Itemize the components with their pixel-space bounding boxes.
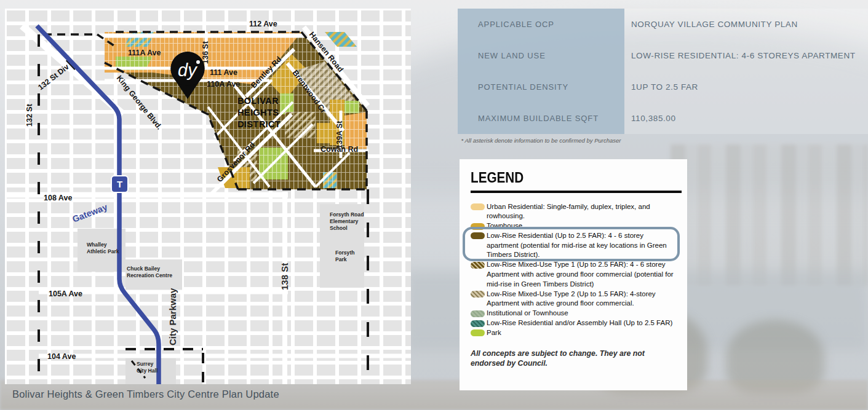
zoning-map: T 112 AveHansen Road111A Ave136 St111 Av… [5, 9, 411, 384]
map-label: Athletic Park [87, 248, 119, 254]
map-label: BOLIVAR [237, 96, 279, 106]
info-row-label: NEW LAND USE [458, 40, 624, 71]
legend-entry: Townhouse [471, 221, 676, 231]
info-row-value: LOW-RISE RESIDENTIAL: 4-6 STOREYS APARTM… [624, 40, 868, 71]
transit-station-icon: T [111, 176, 128, 192]
map-label: 105A Ave [49, 290, 82, 298]
legend-note: All concepts are subject to change. They… [471, 349, 667, 369]
map-label: Park [335, 256, 347, 262]
legend-swatch [471, 232, 485, 239]
map-label: Cowan Rd [321, 145, 358, 154]
info-row-label: MAXIMUM BUILDABLE SQFT [458, 103, 624, 134]
map-label: Recreation Centre [127, 272, 172, 278]
legend-swatch [471, 223, 485, 230]
map-label: Surrey [137, 361, 153, 367]
zoning-map-panel: T 112 AveHansen Road111A Ave136 St111 Av… [5, 9, 411, 384]
map-label: 110A Ave [207, 80, 240, 89]
map-label: Forsyth [335, 250, 355, 256]
legend-entry: Institutional or Townhouse [471, 309, 676, 318]
info-row-value: NORQUAY VILLAGE COMMUNITY PLAN [624, 9, 868, 40]
legend-entry: Low-Rise Residential and/or Assembly Hal… [471, 318, 676, 328]
map-label: 132 St [25, 103, 34, 127]
info-row-label: POTENTIAL DENSITY [458, 71, 624, 103]
legend-title-rule [471, 191, 682, 193]
legend-swatch [471, 291, 485, 298]
legend-swatch [471, 262, 485, 269]
map-label: City Parkway [167, 288, 178, 345]
legend-panel: LEGEND Urban Residential: Single-family,… [460, 159, 687, 390]
legend-entry-label: Institutional or Townhouse [487, 309, 676, 318]
map-label: 111 Ave [210, 68, 237, 77]
info-row-label: APPLICABLE OCP [458, 9, 624, 40]
map-label: Whalley [87, 242, 107, 248]
map-label: 111A Ave [128, 49, 161, 57]
pin-logo-dot [196, 60, 200, 64]
transit-station-label: T [117, 179, 122, 189]
legend-entry: Low-Rise Mixed-Use Type 1 (Up to 2.5 FAR… [471, 260, 676, 289]
legend-entry-label: Urban Residential: Single-family, duplex… [487, 202, 676, 222]
legend-entry-label: Low-Rise Mixed-Use Type 1 (Up to 2.5 FAR… [487, 260, 676, 289]
map-label: School [330, 225, 348, 231]
map-label: City Hall [137, 368, 157, 374]
map-label: Chuck Bailey [127, 266, 160, 272]
map-label: 138 St [279, 263, 290, 290]
legend-entries: Urban Residential: Single-family, duplex… [471, 202, 676, 338]
map-label: Elementary [330, 218, 359, 224]
table-footnote: * All asterisk denote information to be … [458, 137, 624, 144]
property-info-table: APPLICABLE OCP NORQUAY VILLAGE COMMUNITY… [458, 9, 868, 134]
legend-entry-label: Low-Rise Residential (Up to 2.5 FAR): 4 … [487, 231, 676, 260]
map-label: Forsyth Road [330, 211, 364, 218]
info-row-value: 110,385.00 [624, 103, 868, 134]
legend-swatch [471, 320, 485, 327]
legend-swatch [471, 203, 485, 210]
legend-entry: Urban Residential: Single-family, duplex… [471, 202, 676, 222]
map-caption: Bolivar Heights & Green Timbers City Cen… [12, 388, 279, 400]
legend-swatch [471, 329, 485, 336]
legend-entry: Park [471, 328, 676, 338]
map-label: HEIGHTS [237, 108, 279, 117]
legend-title: LEGEND [471, 170, 656, 186]
legend-entry: Low-Rise Residential (Up to 2.5 FAR): 4 … [471, 231, 676, 260]
info-row-value: 1UP TO 2.5 FAR [624, 71, 868, 103]
legend-entry-label: Townhouse [487, 221, 676, 231]
map-label: 112 Ave [249, 20, 277, 28]
legend-entry-label: Park [487, 328, 676, 338]
photo-city-buildings [671, 144, 868, 286]
map-label: 104 Ave [47, 352, 76, 361]
legend-entry-label: Low-Rise Residential and/or Assembly Hal… [487, 318, 676, 328]
map-label: 108 Ave [44, 194, 72, 202]
map-label: DISTRICT [237, 119, 281, 129]
legend-entry: Low-Rise Mixed-Use Type 2 (Up to 1.5 FAR… [471, 290, 676, 309]
pin-logo-text: dy [178, 60, 197, 80]
legend-swatch [471, 310, 485, 317]
legend-entry-label: Low-Rise Mixed-Use Type 2 (Up to 1.5 FAR… [487, 290, 676, 309]
photo-trees [726, 320, 824, 393]
